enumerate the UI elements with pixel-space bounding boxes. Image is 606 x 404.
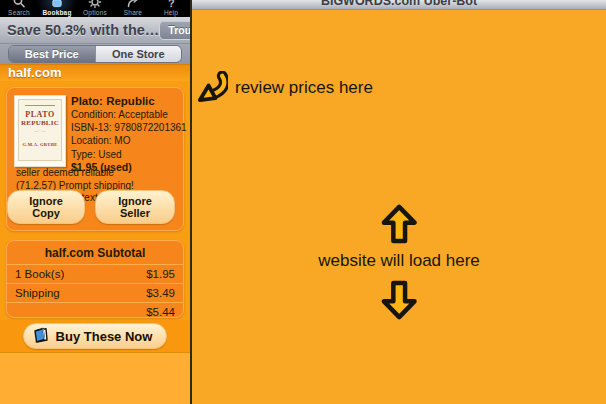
tab-label: Options — [83, 9, 107, 16]
subtotal-row-shipping: Shipping $3.49 — [7, 283, 183, 302]
annotation-review-prices: review prices here — [197, 71, 373, 104]
savings-title: Save 50.3% with the… — [7, 22, 159, 38]
help-icon: ? — [163, 0, 179, 9]
store-section-header: half.com — [0, 64, 190, 81]
share-icon — [125, 0, 141, 9]
row-label: Shipping — [15, 287, 60, 299]
book-icon — [33, 327, 49, 345]
savings-header: Save 50.3% with the… Trouble? — [0, 17, 190, 44]
search-icon — [11, 0, 27, 9]
book-cover-thumbnail: PLATO REPUBLIC — · — G.M.A. GRUBE — [14, 95, 66, 167]
gear-icon — [87, 0, 103, 9]
book-condition: Condition: Acceptable — [71, 108, 181, 121]
ignore-actions: Ignore Copy Ignore Seller — [7, 190, 175, 224]
app-screen: Search Bookbag Options — [0, 0, 606, 404]
ignore-copy-button[interactable]: Ignore Copy — [7, 190, 85, 224]
segmented-control: Best Price One Store — [8, 45, 182, 63]
book-type: Type: Used — [71, 148, 181, 161]
tab-options[interactable]: Options — [76, 0, 114, 17]
book-listing-card: PLATO REPUBLIC — · — G.M.A. GRUBE Plato:… — [6, 87, 184, 231]
tab-label: Search — [8, 9, 30, 16]
ignore-seller-button[interactable]: Ignore Seller — [95, 190, 175, 224]
arrow-down-icon — [381, 280, 417, 320]
row-value: $3.49 — [146, 287, 175, 299]
bookbag-icon — [49, 0, 65, 9]
row-value: $1.95 — [146, 268, 175, 280]
book-location: Location: MO — [71, 134, 181, 147]
cover-title-2: REPUBLIC — [19, 119, 61, 127]
buy-these-now-button[interactable]: Buy These Now — [23, 323, 168, 349]
svg-text:?: ? — [168, 0, 175, 9]
annotation-website-load: website will load here — [318, 204, 480, 320]
cover-title-1: PLATO — [19, 110, 61, 119]
arrow-up-icon — [381, 204, 417, 244]
sidebar-footer — [0, 352, 190, 404]
subtotal-card: half.com Subtotal 1 Book(s) $1.95 Shippi… — [6, 240, 184, 318]
tab-label: Bookbag — [42, 9, 71, 16]
tab-label: Help — [164, 9, 178, 16]
browser-title-bar: BIGWORDS.com Uber-Bot — [192, 0, 606, 10]
browser-title: BIGWORDS.com Uber-Bot — [192, 0, 606, 8]
annotation-text: website will load here — [318, 251, 480, 271]
mode-switch-bar: Best Price One Store — [0, 44, 190, 64]
row-label: 1 Book(s) — [15, 268, 64, 280]
segment-one-store[interactable]: One Store — [95, 46, 182, 62]
tab-help[interactable]: ? Help — [152, 0, 190, 17]
row-value: $5.44 — [146, 306, 175, 318]
segment-best-price[interactable]: Best Price — [9, 46, 95, 62]
subtotal-row-books: 1 Book(s) $1.95 — [7, 264, 183, 283]
buy-label: Buy These Now — [56, 329, 153, 344]
browser-panel: BIGWORDS.com Uber-Bot review prices here — [192, 0, 606, 404]
book-title: Plato: Republic — [71, 94, 181, 108]
browser-placeholder: review prices here website will load her… — [192, 11, 606, 404]
cover-author: G.M.A. GRUBE — [19, 142, 61, 147]
bottom-tab-bar: Search Bookbag Options — [0, 0, 190, 17]
tab-label: Share — [124, 9, 142, 16]
tab-search[interactable]: Search — [0, 0, 38, 17]
book-isbn: ISBN-13: 9780872201361 — [71, 121, 181, 134]
subtotal-title: half.com Subtotal — [7, 241, 183, 264]
tab-bookbag[interactable]: Bookbag — [38, 0, 76, 17]
seller-note-line1: seller deemed reliable — [16, 167, 178, 180]
annotation-text: review prices here — [235, 78, 373, 98]
bookbag-content: PLATO REPUBLIC — · — G.M.A. GRUBE Plato:… — [0, 81, 190, 352]
curved-arrow-left-icon — [197, 71, 228, 104]
tab-share[interactable]: Share — [114, 0, 152, 17]
sidebar: Search Bookbag Options — [0, 0, 190, 404]
book-info: Plato: Republic Condition: Acceptable IS… — [71, 94, 181, 174]
buy-strip: Buy These Now — [0, 320, 190, 352]
subtotal-row-total: $5.44 — [7, 302, 183, 321]
